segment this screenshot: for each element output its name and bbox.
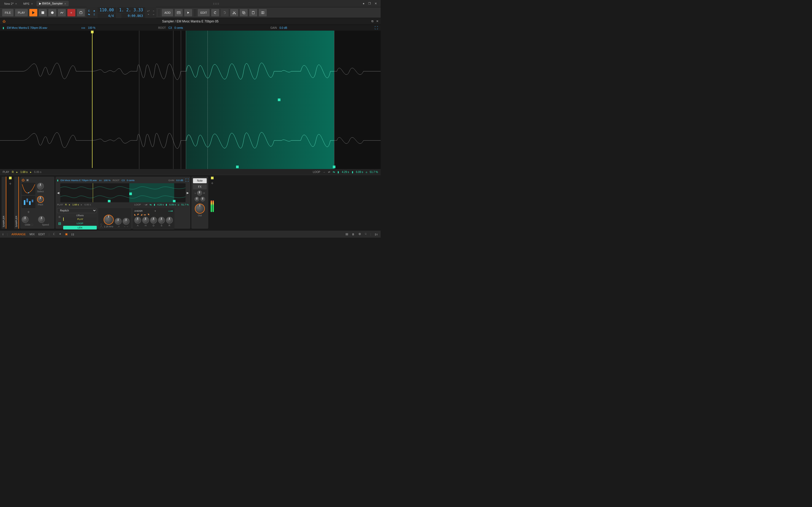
- send1-knob[interactable]: [195, 197, 199, 202]
- playback-mode-select[interactable]: Repitch: [57, 208, 97, 213]
- env-shape-icon[interactable]: ◢: [141, 213, 142, 216]
- snowflake-icon[interactable]: ❄: [58, 215, 61, 219]
- export-button[interactable]: [77, 9, 85, 16]
- loop-end[interactable]: 6.09 s: [356, 171, 363, 173]
- crop-icon[interactable]: ⛶: [185, 178, 189, 182]
- redo-button[interactable]: [221, 9, 229, 16]
- sustain-knob[interactable]: [158, 217, 165, 224]
- copy-button[interactable]: [240, 9, 248, 16]
- overdub-button[interactable]: +: [67, 9, 75, 16]
- file-button[interactable]: FILE: [2, 9, 13, 16]
- detail-panel-icon[interactable]: ▣: [65, 232, 68, 236]
- paste-button[interactable]: [249, 9, 257, 16]
- ram-icon[interactable]: ▤: [58, 222, 61, 225]
- transport-stop-button[interactable]: [39, 9, 47, 16]
- info-button[interactable]: i: [3, 233, 3, 236]
- add-modulator[interactable]: +: [22, 209, 36, 215]
- sample-filename[interactable]: EM Mvoc Mantra E 70bpm 05.wav: [7, 26, 47, 29]
- zoom-value[interactable]: 100 %: [88, 26, 95, 29]
- loop-start[interactable]: 4.29 s: [342, 171, 349, 173]
- loop-pingpong-icon[interactable]: ⇆: [333, 171, 335, 173]
- transport-play-button[interactable]: [29, 9, 37, 16]
- punch-in-icon[interactable]: ⮐: [146, 9, 150, 12]
- loop-mode-icon[interactable]: ⇄: [328, 171, 330, 173]
- loop-pct[interactable]: 51.7 %: [370, 171, 378, 173]
- folder-icon[interactable]: ▮: [3, 26, 4, 29]
- send2-knob[interactable]: [200, 197, 205, 202]
- power-icon[interactable]: ⏻: [3, 20, 6, 23]
- hold-knob[interactable]: [142, 217, 149, 224]
- envelope-thumbnail[interactable]: [22, 183, 36, 195]
- env-indicator-icon[interactable]: ⟶●: [168, 210, 173, 212]
- play-r-flag[interactable]: R: [12, 171, 14, 173]
- env-shape-icon[interactable]: ◥: [148, 213, 149, 216]
- power-icon[interactable]: ⏻: [22, 178, 24, 182]
- waveform-editor[interactable]: [0, 31, 380, 169]
- close-icon[interactable]: ×: [64, 2, 66, 5]
- folder-icon[interactable]: ▮: [57, 179, 58, 182]
- zoom-icon[interactable]: ⫾⫾: [99, 179, 102, 182]
- time-sig-display[interactable]: 4/4: [98, 13, 116, 18]
- arrange-view-button[interactable]: ARRANGE: [11, 233, 26, 236]
- mix-view-button[interactable]: MIX: [30, 233, 35, 236]
- position-time[interactable]: 0:00.863: [121, 13, 145, 18]
- folder-icon[interactable]: ▣: [26, 178, 29, 182]
- sampler-tab-inner[interactable]: SAMPLER: [14, 177, 19, 229]
- loop-handle[interactable]: [129, 192, 132, 195]
- tab-new2[interactable]: New 2*×: [2, 1, 19, 6]
- touch-icon[interactable]: ☟: [365, 232, 367, 236]
- filter-res-knob[interactable]: [115, 218, 121, 225]
- attack-knob[interactable]: [134, 217, 141, 224]
- crop-icon[interactable]: ⛶: [374, 26, 378, 30]
- close-icon[interactable]: ×: [15, 2, 17, 5]
- pitch-knob[interactable]: [37, 196, 44, 203]
- undo-button[interactable]: [211, 9, 219, 16]
- offset-len-button[interactable]: LEN: [63, 226, 97, 229]
- close-window-icon[interactable]: ✕: [374, 2, 377, 5]
- filter-shape-icon[interactable]: ╭╮: [100, 223, 103, 225]
- curve1-icon[interactable]: ⌢: [151, 9, 156, 12]
- zoom-icon[interactable]: ⫾⫾⫾: [82, 26, 85, 29]
- link-icon[interactable]: ▯: [92, 13, 97, 16]
- edit-button[interactable]: EDIT: [198, 9, 210, 16]
- add-button[interactable]: ADD: [162, 9, 173, 16]
- position-bars[interactable]: 1. 2. 3.33: [117, 7, 145, 13]
- automation-write-button[interactable]: [58, 9, 66, 16]
- inspector-icon[interactable]: ⁞⁚: [53, 232, 55, 236]
- sampler-tab-outer[interactable]: SAMPLER: [2, 177, 6, 229]
- select-knob[interactable]: [37, 183, 44, 189]
- tempo-display[interactable]: 110.00: [98, 7, 116, 13]
- root-cents[interactable]: 0 cents: [174, 26, 183, 29]
- offset-loop-button[interactable]: LOOP: [63, 222, 97, 225]
- pan-knob[interactable]: [197, 190, 202, 196]
- tab-bws4-sampler[interactable]: ▶ BWS4_Sampler×: [37, 1, 69, 6]
- edit-view-button[interactable]: EDIT: [38, 233, 45, 236]
- filter-shape-icon[interactable]: ╱╲: [100, 226, 103, 228]
- mini-waveform[interactable]: [60, 183, 186, 202]
- device-zoom[interactable]: 100 %: [104, 179, 111, 182]
- browser-icon[interactable]: ▤: [346, 232, 348, 236]
- env-shape-icon[interactable]: ◣: [134, 213, 136, 216]
- filter-freq-knob[interactable]: [104, 215, 114, 225]
- file-icon[interactable]: 🗎: [352, 233, 355, 236]
- transport-record-button[interactable]: [48, 9, 56, 16]
- fx-tab[interactable]: FX: [193, 184, 207, 189]
- close-icon[interactable]: ×: [31, 2, 33, 5]
- loop-sync-icon[interactable]: ⇆: [87, 13, 91, 16]
- release-knob[interactable]: [166, 217, 173, 224]
- filter-drive-knob[interactable]: [123, 218, 130, 225]
- offset-play-button[interactable]: PLAY: [63, 217, 97, 221]
- add-slot[interactable]: +: [7, 181, 13, 187]
- play-clip-icon[interactable]: [184, 9, 192, 16]
- play-button[interactable]: PLAY: [15, 9, 28, 16]
- keyboard-icon[interactable]: [175, 9, 183, 16]
- device-chain-icon[interactable]: ⚭: [59, 232, 61, 236]
- note-tab[interactable]: Note: [193, 178, 207, 183]
- loop-dir-icon[interactable]: →: [323, 171, 325, 173]
- restore-icon[interactable]: ❐: [368, 2, 371, 5]
- duplicate-button[interactable]: [259, 9, 267, 16]
- cut-button[interactable]: [230, 9, 238, 16]
- close-editor-icon[interactable]: ✕: [376, 19, 378, 23]
- add-device[interactable]: +: [209, 180, 215, 186]
- decay-knob[interactable]: [150, 217, 157, 224]
